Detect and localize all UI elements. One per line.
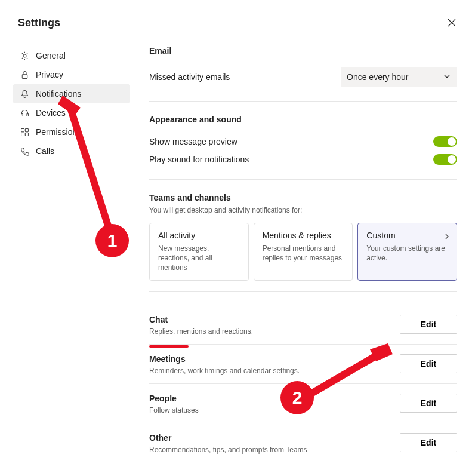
sidebar-item-label: Privacy	[36, 70, 63, 79]
svg-rect-1	[22, 74, 27, 78]
sidebar-item-general[interactable]: General	[13, 46, 130, 65]
people-edit-button[interactable]: Edit	[400, 394, 457, 413]
card-title: Mentions & replies	[263, 231, 344, 240]
chevron-down-icon	[443, 72, 451, 82]
gear-icon	[19, 50, 30, 61]
annotation-badge-1: 1	[95, 224, 129, 257]
sidebar-item-label: Notifications	[36, 89, 81, 99]
mini-title: Chat	[149, 315, 253, 324]
other-edit-button[interactable]: Edit	[400, 433, 457, 452]
svg-rect-7	[25, 133, 28, 136]
show-preview-label: Show message preview	[149, 137, 237, 146]
sidebar-item-label: Devices	[36, 108, 66, 118]
section-heading: Email	[149, 46, 457, 56]
chat-edit-button[interactable]: Edit	[400, 315, 457, 334]
sidebar-item-label: General	[36, 51, 66, 60]
card-title: All activity	[158, 231, 240, 240]
svg-rect-5	[25, 128, 28, 131]
sidebar-item-calls[interactable]: Calls	[13, 142, 130, 161]
section-heading: Appearance and sound	[149, 115, 457, 124]
section-meetings: Meetings Reminders, work timings and cal…	[149, 345, 457, 384]
annotation-badge-2: 2	[280, 381, 314, 414]
section-appearance: Appearance and sound Show message previe…	[149, 115, 457, 180]
section-email: Email Missed activity emails Once every …	[149, 46, 457, 102]
meetings-edit-button[interactable]: Edit	[400, 354, 457, 373]
page-title: Settings	[18, 17, 60, 29]
dropdown-value: Once every hour	[347, 72, 409, 82]
section-other: Other Recommendations, tips, and prompts…	[149, 423, 457, 462]
apps-icon	[19, 127, 30, 137]
play-sound-toggle[interactable]	[433, 154, 457, 165]
sidebar-item-notifications[interactable]: Notifications	[13, 84, 130, 103]
card-all-activity[interactable]: All activity New messages, reactions, an…	[149, 223, 249, 281]
missed-emails-dropdown[interactable]: Once every hour	[341, 67, 457, 87]
section-subtext: You will get desktop and activity notifi…	[149, 206, 457, 214]
mini-title: People	[149, 394, 199, 403]
card-desc: Your custom settings are active.	[366, 244, 448, 263]
chevron-right-icon	[443, 232, 451, 242]
phone-icon	[19, 146, 30, 156]
section-teams: Teams and channels You will get desktop …	[149, 193, 457, 292]
sidebar-item-devices[interactable]: Devices	[13, 103, 130, 122]
headset-icon	[19, 108, 30, 118]
card-title: Custom	[366, 231, 448, 240]
mini-title: Other	[149, 433, 307, 443]
svg-rect-6	[21, 133, 24, 136]
annotation-underline-meetings	[149, 345, 189, 348]
bell-icon	[19, 88, 30, 99]
mini-desc: Follow statuses	[149, 406, 199, 414]
show-preview-toggle[interactable]	[433, 136, 457, 147]
mini-title: Meetings	[149, 354, 300, 364]
card-custom[interactable]: Custom Your custom settings are active.	[357, 223, 457, 281]
card-mentions-replies[interactable]: Mentions & replies Personal mentions and…	[254, 223, 353, 281]
sidebar-item-permissions[interactable]: Permissions	[13, 122, 130, 142]
sidebar-item-privacy[interactable]: Privacy	[13, 65, 130, 84]
missed-emails-label: Missed activity emails	[149, 72, 230, 82]
mini-desc: Recommendations, tips, and prompts from …	[149, 446, 307, 454]
card-desc: Personal mentions and replies to your me…	[263, 244, 344, 263]
mini-desc: Replies, mentions and reactions.	[149, 327, 253, 336]
svg-point-0	[23, 54, 26, 57]
section-chat: Chat Replies, mentions and reactions. Ed…	[149, 305, 457, 345]
lock-icon	[19, 69, 30, 80]
mini-desc: Reminders, work timings and calendar set…	[149, 367, 300, 375]
close-button[interactable]	[448, 19, 457, 28]
play-sound-label: Play sound for notifications	[149, 155, 249, 164]
card-desc: New messages, reactions, and all mention…	[158, 244, 240, 273]
sidebar-item-label: Permissions	[36, 127, 81, 137]
section-heading: Teams and channels	[149, 193, 457, 202]
sidebar-item-label: Calls	[36, 146, 54, 156]
svg-rect-4	[21, 128, 24, 131]
